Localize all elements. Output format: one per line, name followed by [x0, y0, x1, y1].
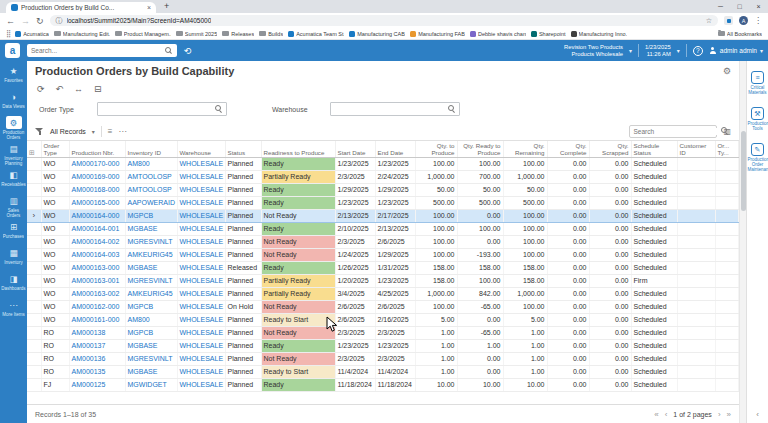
table-row[interactable]: WOAM000164-001MGBASEWHOLESALEPlannedRead…	[27, 223, 739, 236]
bookmark-summit-2025[interactable]: Summit 2025	[176, 31, 217, 37]
page-options-gear-icon[interactable]: ⚙	[723, 66, 731, 76]
first-page-icon[interactable]: «	[654, 410, 658, 419]
inventory-id-link[interactable]: MGRESVINLT	[128, 277, 173, 284]
inventory-id-link[interactable]: MGBASE	[128, 368, 158, 375]
inventory-id-link[interactable]: MGWIDGET	[128, 381, 167, 388]
warehouse-link[interactable]: WHOLESALE	[180, 160, 224, 167]
scrollbar-thumb[interactable]	[741, 131, 746, 211]
column-header-status[interactable]: Status	[225, 141, 261, 158]
export-icon[interactable]: ⊟	[94, 84, 102, 94]
row-expander[interactable]	[27, 327, 41, 340]
reload-icon[interactable]: ↻	[36, 16, 44, 26]
production-nbr-link[interactable]: AM000165-000	[72, 199, 120, 206]
column-header-schedule-status[interactable]: Schedule Status	[631, 141, 677, 158]
next-page-icon[interactable]: ›	[718, 410, 721, 419]
inventory-id-link[interactable]: AAPOWERAID	[128, 199, 175, 206]
production-nbr-link[interactable]: AM000163-001	[72, 277, 120, 284]
column-header-qty-to-produce[interactable]: Qty. to Produce	[415, 141, 457, 158]
bookmark-releases[interactable]: Releases	[222, 31, 254, 37]
production-nbr-link[interactable]: AM000164-000	[72, 212, 120, 219]
sidebar-item-favorites[interactable]: ★Favorites	[0, 64, 27, 90]
bookmark-manufacturing-edit[interactable]: Manufacturing Edit...	[54, 31, 110, 37]
table-row[interactable]: WOAM000165-000AAPOWERAIDWHOLESALEPlanned…	[27, 197, 739, 210]
production-nbr-link[interactable]: AM000136	[72, 355, 106, 362]
sidebar-item-production-orders[interactable]: ⚙Production Orders	[0, 116, 27, 142]
filter-tab-chevron-icon[interactable]: ▾	[92, 128, 95, 135]
column-header-start-date[interactable]: Start Date	[335, 141, 375, 158]
filter-tab[interactable]: All Records	[50, 128, 86, 135]
warehouse-link[interactable]: WHOLESALE	[180, 186, 224, 193]
side-panel-item-critical-materials[interactable]: ≡Critical Materials	[748, 71, 768, 95]
row-expander[interactable]	[27, 340, 41, 353]
table-row[interactable]: WOAM000170-000AM800WHOLESALEPlannedReady…	[27, 158, 739, 171]
table-row[interactable]: WOAM000168-000AMTOOLOSPWHOLESALEPlannedR…	[27, 184, 739, 197]
warehouse-lookup-icon[interactable]	[448, 105, 456, 113]
row-expander[interactable]	[27, 184, 41, 197]
bookmark-manufacturing-cab[interactable]: Manufacturing CAB...	[349, 31, 405, 37]
inventory-id-link[interactable]: MGPCB	[128, 329, 154, 336]
table-row[interactable]: FJAM000125MGWIDGETWHOLESALEPlannedReady1…	[27, 379, 739, 392]
row-expander[interactable]	[27, 171, 41, 184]
production-nbr-link[interactable]: AM000164-002	[72, 238, 120, 245]
row-expander[interactable]	[27, 366, 41, 379]
recently-viewed-icon[interactable]: ⟲	[184, 46, 192, 56]
column-header-inventory-id[interactable]: Inventory ID	[125, 141, 177, 158]
production-nbr-link[interactable]: AM000168-000	[72, 186, 120, 193]
table-row[interactable]: WOAM000164-002MGRESVINLTWHOLESALEPlanned…	[27, 236, 739, 249]
profile-avatar[interactable]: A	[739, 16, 748, 25]
inventory-id-link[interactable]: MGBASE	[128, 342, 158, 349]
column-header-order-type[interactable]: Order Type	[41, 141, 69, 158]
warehouse-link[interactable]: WHOLESALE	[180, 290, 224, 297]
column-header-qty-ready-to-produce[interactable]: Qty. Ready to Produce	[457, 141, 503, 158]
all-bookmarks-button[interactable]: All Bookmarks	[718, 31, 762, 37]
sidebar-item-dashboards[interactable]: ◨Dashboards	[0, 272, 27, 298]
table-row[interactable]: WOAM000169-000AMTOOLOSPWHOLESALEPlannedP…	[27, 171, 739, 184]
side-panel-item-production-order-maintenance[interactable]: ✎Production Order Maintenance	[748, 143, 768, 172]
warehouse-link[interactable]: WHOLESALE	[180, 381, 224, 388]
filter-funnel-icon[interactable]	[35, 127, 44, 136]
sidebar-item-inventory-planning[interactable]: ▤Inventory Planning	[0, 142, 27, 168]
production-nbr-link[interactable]: AM000135	[72, 368, 106, 375]
inventory-id-link[interactable]: AMTOOLOSP	[128, 173, 172, 180]
warehouse-link[interactable]: WHOLESALE	[180, 264, 224, 271]
row-expander[interactable]	[27, 236, 41, 249]
warehouse-link[interactable]: WHOLESALE	[180, 368, 224, 375]
inventory-id-link[interactable]: MGBASE	[128, 264, 158, 271]
filter-settings-icon[interactable]: ≡	[108, 127, 113, 136]
table-row[interactable]: WOAM000161-000AM800WHOLESALEPlannedReady…	[27, 314, 739, 327]
grid-search[interactable]	[629, 125, 717, 138]
inventory-id-link[interactable]: AMTOOLOSP	[128, 186, 172, 193]
production-nbr-link[interactable]: AM000163-002	[72, 290, 120, 297]
table-row[interactable]: ROAM000137MGBASEWHOLESALEPlannedReady1/2…	[27, 340, 739, 353]
window-close-icon[interactable]: ×	[749, 0, 768, 13]
last-page-icon[interactable]: »	[727, 410, 731, 419]
warehouse-link[interactable]: WHOLESALE	[180, 173, 224, 180]
inventory-id-link[interactable]: MGBASE	[128, 225, 158, 232]
column-header-customer-id[interactable]: Customer ID	[677, 141, 715, 158]
production-nbr-link[interactable]: AM000125	[72, 381, 106, 388]
warehouse-link[interactable]: WHOLESALE	[180, 238, 224, 245]
grid-search-input[interactable]	[633, 128, 721, 135]
tenant-selector[interactable]: Revision Two Products Products Wholesale	[564, 44, 623, 57]
inventory-id-link[interactable]: AMKEURIG45	[128, 290, 173, 297]
table-row[interactable]: ROAM000136MGRESVINLTWHOLESALEPlannedNot …	[27, 353, 739, 366]
column-header-qty-remaining[interactable]: Qty. Remaining	[503, 141, 547, 158]
global-search-input[interactable]	[31, 47, 165, 54]
bookmark-debbie-shavis-chann[interactable]: Debbie shavis chann...	[470, 31, 526, 37]
inventory-id-link[interactable]: MGPCB	[128, 212, 154, 219]
table-row[interactable]: WOAM000163-002AMKEURIG45WHOLESALEPlanned…	[27, 288, 739, 301]
order-type-input[interactable]	[101, 106, 215, 113]
browser-tab[interactable]: Production Orders by Build Co... ×	[6, 2, 156, 13]
warehouse-link[interactable]: WHOLESALE	[180, 212, 224, 219]
production-nbr-link[interactable]: AM000162-000	[72, 303, 120, 310]
column-header-qty-complete[interactable]: Qty. Complete	[547, 141, 589, 158]
bookmark-builds[interactable]: Builds	[259, 31, 283, 37]
warehouse-link[interactable]: WHOLESALE	[180, 225, 224, 232]
bookmark-manufacturing-inno[interactable]: Manufacturing Inno...	[571, 31, 627, 37]
window-minimize-icon[interactable]: ─	[711, 0, 730, 13]
tab-close-icon[interactable]: ×	[147, 4, 151, 11]
sidebar-item-receivables[interactable]: ◧Receivables	[0, 168, 27, 194]
bookmark-manufacturing-fab[interactable]: Manufacturing FAB	[410, 31, 465, 37]
site-info-icon[interactable]: ⓘ	[56, 16, 63, 26]
row-expander[interactable]	[27, 301, 41, 314]
